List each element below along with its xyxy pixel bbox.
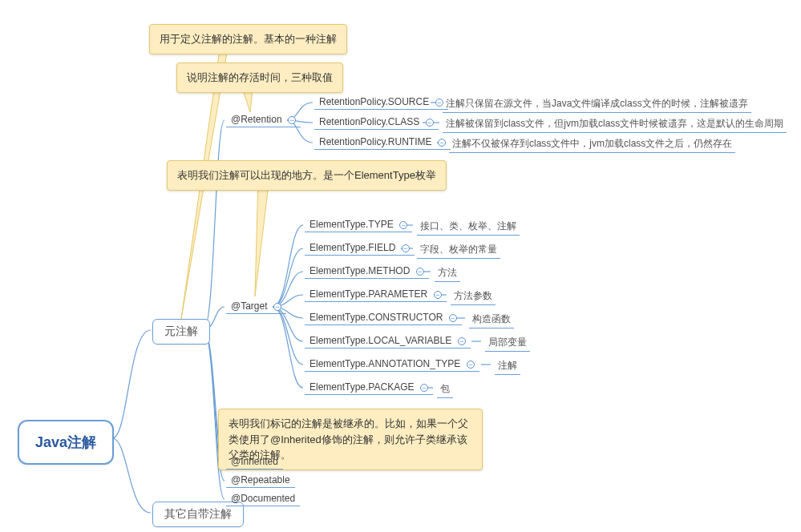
target-item-label: ElementType.PACKAGE (309, 381, 415, 393)
target-desc: 构造函数 (469, 311, 514, 328)
collapse-icon[interactable]: − (420, 384, 428, 392)
target-desc: 局部变量 (485, 334, 530, 352)
annotation-target-text: 表明我们注解可以出现的地方。是一个ElementType枚举 (177, 169, 436, 181)
target-desc: 包 (437, 381, 453, 398)
target-item[interactable]: ElementType.FIELD − (305, 239, 415, 256)
annotation-basic: 用于定义注解的注解。基本的一种注解 (149, 24, 347, 54)
target-item[interactable]: ElementType.PARAMETER − (305, 285, 447, 302)
target-desc: 方法参数 (451, 288, 496, 305)
collapse-icon[interactable]: − (467, 361, 475, 369)
root-label: Java注解 (35, 434, 96, 450)
node-documented[interactable]: @Documented (226, 490, 300, 506)
retention-desc: 注解只保留在源文件，当Java文件编译成class文件的时候，注解被遗弃 (443, 95, 751, 113)
node-target[interactable]: @Target − (226, 297, 286, 314)
node-documented-label: @Documented (231, 493, 295, 504)
retention-item-label: RetentionPolicy.RUNTIME (319, 136, 431, 147)
target-item-label: ElementType.LOCAL_VARIABLE (309, 335, 451, 346)
target-desc: 方法 (435, 264, 460, 282)
target-item-label: ElementType.CONSTRUCTOR (309, 312, 443, 323)
collapse-icon[interactable]: − (399, 221, 407, 229)
collapse-icon[interactable]: − (458, 337, 466, 345)
collapse-icon[interactable]: − (426, 119, 434, 127)
collapse-icon[interactable]: − (434, 291, 442, 299)
collapse-icon[interactable]: − (438, 139, 446, 147)
collapse-icon[interactable]: − (416, 268, 424, 276)
root-node[interactable]: Java注解 (18, 420, 114, 465)
branch-meta-label: 元注解 (164, 324, 198, 337)
target-item[interactable]: ElementType.METHOD − (305, 262, 429, 279)
retention-item[interactable]: RetentionPolicy.RUNTIME − (314, 133, 451, 150)
target-item[interactable]: ElementType.CONSTRUCTOR − (305, 308, 462, 325)
node-retention[interactable]: @Retention − (226, 111, 301, 127)
retention-item-label: RetentionPolicy.SOURCE (319, 96, 429, 107)
target-item[interactable]: ElementType.TYPE − (305, 216, 412, 232)
retention-item[interactable]: RetentionPolicy.SOURCE − (314, 93, 448, 110)
collapse-icon[interactable]: − (449, 314, 457, 322)
annotation-target: 表明我们注解可以出现的地方。是一个ElementType枚举 (167, 160, 447, 191)
annotation-retention: 说明注解的存活时间，三种取值 (176, 62, 343, 93)
target-item-label: ElementType.METHOD (309, 265, 410, 276)
branch-meta[interactable]: 元注解 (152, 319, 210, 345)
target-item-label: ElementType.TYPE (309, 219, 394, 230)
collapse-icon[interactable]: − (273, 303, 281, 311)
node-retention-label: @Retention (231, 114, 282, 125)
target-item-label: ElementType.ANNOTATION_TYPE (309, 358, 460, 369)
target-desc: 字段、枚举的常量 (417, 241, 500, 259)
node-inherited[interactable]: @Inherited (226, 453, 283, 470)
node-repeatable-label: @Repeatable (231, 474, 290, 486)
target-desc: 注解 (495, 357, 520, 375)
target-item[interactable]: ElementType.PACKAGE − (305, 378, 433, 395)
retention-desc: 注解被保留到class文件，但jvm加载class文件时候被遗弃，这是默认的生命… (443, 115, 787, 133)
branch-other-label: 其它自带注解 (164, 507, 232, 520)
node-target-label: @Target (231, 300, 268, 312)
collapse-icon[interactable]: − (288, 116, 296, 124)
annotation-retention-text: 说明注解的存活时间，三种取值 (187, 71, 333, 83)
node-repeatable[interactable]: @Repeatable (226, 471, 295, 488)
target-item[interactable]: ElementType.ANNOTATION_TYPE − (305, 355, 479, 372)
svg-marker-13 (255, 178, 269, 296)
target-item-label: ElementType.PARAMETER (309, 288, 427, 300)
collapse-icon[interactable]: − (402, 244, 410, 252)
retention-item[interactable]: RetentionPolicy.CLASS − (314, 113, 439, 130)
target-item[interactable]: ElementType.LOCAL_VARIABLE − (305, 332, 471, 349)
annotation-basic-text: 用于定义注解的注解。基本的一种注解 (160, 33, 337, 45)
target-item-label: ElementType.FIELD (309, 242, 395, 253)
target-desc: 接口、类、枚举、注解 (417, 218, 520, 236)
retention-desc: 注解不仅被保存到class文件中，jvm加载class文件之后，仍然存在 (449, 135, 735, 153)
node-inherited-label: @Inherited (231, 456, 278, 467)
retention-item-label: RetentionPolicy.CLASS (319, 116, 419, 127)
